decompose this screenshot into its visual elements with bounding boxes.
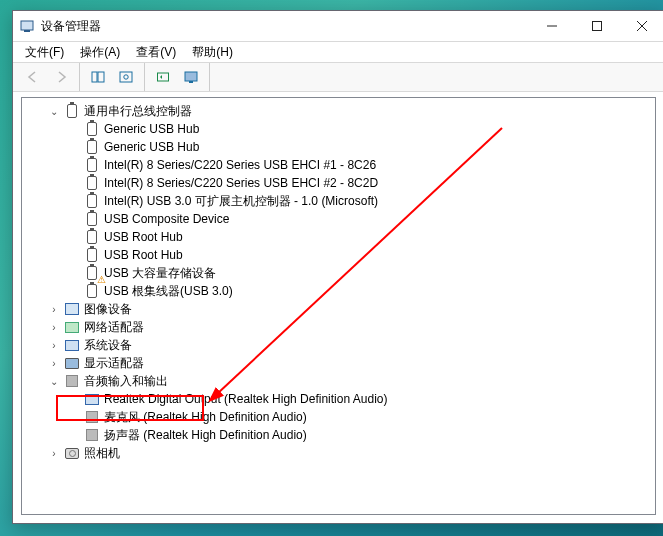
audio-icon (64, 373, 80, 389)
tree-item-usb[interactable]: Generic USB Hub (22, 138, 655, 156)
menu-file[interactable]: 文件(F) (17, 42, 72, 63)
camera-icon (64, 445, 80, 461)
forward-button[interactable] (48, 65, 74, 89)
audio-output-icon (84, 391, 100, 407)
menu-help[interactable]: 帮助(H) (184, 42, 241, 63)
usb-icon (84, 157, 100, 173)
usb-warning-icon (84, 265, 100, 281)
speaker-icon (84, 427, 100, 443)
usb-controller-icon (64, 103, 80, 119)
svg-rect-1 (24, 30, 30, 32)
menu-action[interactable]: 操作(A) (72, 42, 128, 63)
help-button[interactable] (113, 65, 139, 89)
svg-rect-3 (592, 22, 601, 31)
tree-node-network[interactable]: › 网络适配器 (22, 318, 655, 336)
tree-item-usb-warning[interactable]: USB 大容量存储设备 (22, 264, 655, 282)
svg-rect-8 (120, 72, 132, 82)
network-icon (64, 319, 80, 335)
usb-icon (84, 229, 100, 245)
usb-icon (84, 121, 100, 137)
tree-item-usb[interactable]: USB Root Hub (22, 228, 655, 246)
tree-item-usb[interactable]: Intel(R) 8 Series/C220 Series USB EHCI #… (22, 174, 655, 192)
svg-rect-7 (98, 72, 104, 82)
window-title: 设备管理器 (41, 18, 529, 35)
tree-node-usb-controllers[interactable]: ⌄ 通用串行总线控制器 (22, 102, 655, 120)
chevron-right-icon[interactable]: › (46, 319, 62, 335)
system-icon (64, 337, 80, 353)
svg-rect-6 (92, 72, 97, 82)
tree-node-imaging[interactable]: › 图像设备 (22, 300, 655, 318)
maximize-button[interactable] (574, 11, 619, 41)
show-hide-tree-button[interactable] (85, 65, 111, 89)
usb-icon (84, 247, 100, 263)
toolbar (13, 63, 663, 92)
tree-item-usb[interactable]: Intel(R) 8 Series/C220 Series USB EHCI #… (22, 156, 655, 174)
tree-node-audio[interactable]: ⌄ 音频输入和输出 (22, 372, 655, 390)
tree-item-usb[interactable]: Generic USB Hub (22, 120, 655, 138)
title-bar[interactable]: 设备管理器 (13, 11, 663, 42)
svg-rect-0 (21, 21, 33, 30)
tree-item-usb[interactable]: Intel(R) USB 3.0 可扩展主机控制器 - 1.0 (Microso… (22, 192, 655, 210)
tree-item-audio[interactable]: 麦克风 (Realtek High Definition Audio) (22, 408, 655, 426)
tree-item-usb[interactable]: USB 根集线器(USB 3.0) (22, 282, 655, 300)
display-icon (64, 355, 80, 371)
chevron-right-icon[interactable]: › (46, 301, 62, 317)
scan-hardware-button[interactable] (150, 65, 176, 89)
device-tree-pane[interactable]: ⌄ 通用串行总线控制器 Generic USB Hub Generic USB … (21, 97, 656, 515)
close-button[interactable] (619, 11, 663, 41)
imaging-icon (64, 301, 80, 317)
tree-item-audio[interactable]: 扬声器 (Realtek High Definition Audio) (22, 426, 655, 444)
minimize-button[interactable] (529, 11, 574, 41)
chevron-down-icon[interactable]: ⌄ (46, 103, 62, 119)
chevron-right-icon[interactable]: › (46, 355, 62, 371)
chevron-right-icon[interactable]: › (46, 445, 62, 461)
svg-rect-10 (158, 73, 169, 81)
microphone-icon (84, 409, 100, 425)
usb-icon (84, 139, 100, 155)
chevron-down-icon[interactable]: ⌄ (46, 373, 62, 389)
usb-icon (84, 175, 100, 191)
chevron-right-icon[interactable]: › (46, 337, 62, 353)
menu-bar: 文件(F) 操作(A) 查看(V) 帮助(H) (13, 42, 663, 63)
usb-icon (84, 283, 100, 299)
tree-node-system[interactable]: › 系统设备 (22, 336, 655, 354)
tree-item-usb[interactable]: USB Root Hub (22, 246, 655, 264)
svg-rect-12 (189, 81, 193, 83)
usb-icon (84, 211, 100, 227)
menu-view[interactable]: 查看(V) (128, 42, 184, 63)
svg-point-9 (124, 75, 128, 79)
back-button[interactable] (20, 65, 46, 89)
tree-node-camera[interactable]: › 照相机 (22, 444, 655, 462)
svg-rect-11 (185, 72, 197, 81)
device-manager-window: 设备管理器 文件(F) 操作(A) 查看(V) 帮助(H) ⌄ (12, 10, 663, 524)
usb-icon (84, 193, 100, 209)
tree-item-usb[interactable]: USB Composite Device (22, 210, 655, 228)
app-icon (19, 18, 35, 34)
tree-item-audio[interactable]: Realtek Digital Output (Realtek High Def… (22, 390, 655, 408)
tree-node-display[interactable]: › 显示适配器 (22, 354, 655, 372)
monitor-button[interactable] (178, 65, 204, 89)
